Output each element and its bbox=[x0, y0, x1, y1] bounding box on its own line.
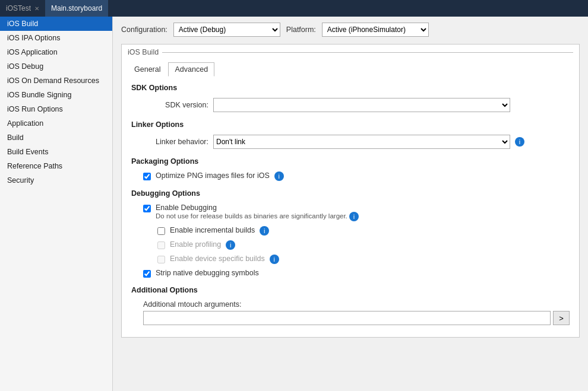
sidebar-item-application[interactable]: Application bbox=[0, 116, 112, 131]
enable-profiling-info-icon[interactable]: i bbox=[226, 240, 235, 250]
linker-behavior-select[interactable]: Don't link bbox=[213, 135, 510, 149]
enable-incremental-info-icon[interactable]: i bbox=[260, 226, 269, 236]
optimize-png-row: Optimize PNG images files for iOS i bbox=[143, 171, 570, 181]
panel-header-line bbox=[162, 52, 573, 53]
enable-device-specific-info-icon[interactable]: i bbox=[270, 255, 279, 264]
mtouch-label: Additional mtouch arguments: bbox=[143, 300, 570, 309]
sidebar-item-ios-bundle-signing[interactable]: iOS Bundle Signing bbox=[0, 88, 112, 102]
config-bar: Configuration: Active (Debug) Platform: … bbox=[121, 23, 580, 37]
optimize-png-label: Optimize PNG images files for iOS bbox=[156, 171, 270, 180]
sdk-version-select[interactable] bbox=[213, 98, 510, 112]
sidebar-item-security[interactable]: Security bbox=[0, 173, 112, 187]
main-layout: iOS Build iOS IPA Options iOS Applicatio… bbox=[0, 17, 588, 391]
mtouch-row: > bbox=[143, 311, 570, 325]
sidebar: iOS Build iOS IPA Options iOS Applicatio… bbox=[0, 17, 113, 391]
sdk-version-label: SDK version: bbox=[131, 101, 208, 109]
additional-options-title: Additional Options bbox=[131, 286, 570, 294]
close-icon[interactable]: ✕ bbox=[34, 5, 39, 12]
panel-tabs: General Advanced bbox=[122, 60, 579, 77]
sidebar-item-build[interactable]: Build bbox=[0, 131, 112, 145]
tab-iostest[interactable]: iOSTest ✕ bbox=[0, 0, 45, 17]
configuration-label: Configuration: bbox=[121, 26, 167, 34]
platform-label: Platform: bbox=[286, 26, 316, 34]
linker-behavior-label: Linker behavior: bbox=[131, 138, 208, 146]
enable-profiling-label: Enable profiling bbox=[170, 240, 221, 249]
configuration-select[interactable]: Active (Debug) bbox=[173, 23, 280, 37]
tab-main-storyboard-label: Main.storyboard bbox=[51, 4, 102, 12]
panel: iOS Build General Advanced SDK Options S… bbox=[121, 44, 580, 338]
panel-body: SDK Options SDK version: Linker Options … bbox=[122, 77, 579, 337]
sidebar-item-ios-build[interactable]: iOS Build bbox=[0, 17, 112, 31]
sidebar-item-ios-on-demand[interactable]: iOS On Demand Resources bbox=[0, 74, 112, 88]
tab-iostest-label: iOSTest bbox=[6, 4, 31, 12]
enable-debugging-info-icon[interactable]: i bbox=[349, 212, 359, 221]
enable-incremental-checkbox[interactable] bbox=[157, 227, 165, 235]
sidebar-item-build-events[interactable]: Build Events bbox=[0, 145, 112, 159]
mtouch-input[interactable] bbox=[143, 311, 551, 325]
enable-profiling-checkbox[interactable] bbox=[157, 241, 165, 249]
panel-header-row: iOS Build bbox=[122, 44, 579, 60]
sidebar-item-ios-ipa-options[interactable]: iOS IPA Options bbox=[0, 31, 112, 45]
tab-general[interactable]: General bbox=[128, 62, 167, 77]
sdk-version-row: SDK version: bbox=[131, 98, 570, 112]
packaging-options-title: Packaging Options bbox=[131, 157, 570, 166]
title-bar: iOSTest ✕ Main.storyboard bbox=[0, 0, 588, 17]
platform-select[interactable]: Active (iPhoneSimulator) bbox=[322, 23, 429, 37]
sidebar-item-ios-run-options[interactable]: iOS Run Options bbox=[0, 102, 112, 116]
enable-debugging-row: Enable Debugging Do not use for release … bbox=[143, 204, 570, 221]
enable-device-specific-label: Enable device specific builds bbox=[170, 255, 265, 263]
strip-native-row: Strip native debugging symbols bbox=[143, 269, 570, 278]
tab-main-storyboard[interactable]: Main.storyboard bbox=[45, 0, 108, 17]
debugging-options-title: Debugging Options bbox=[131, 189, 570, 198]
mtouch-button[interactable]: > bbox=[553, 311, 570, 325]
enable-incremental-label: Enable incremental builds bbox=[170, 226, 255, 234]
linker-options-title: Linker Options bbox=[131, 120, 570, 129]
sidebar-item-ios-application[interactable]: iOS Application bbox=[0, 45, 112, 59]
enable-debugging-checkbox[interactable] bbox=[143, 205, 151, 212]
linker-behavior-row: Linker behavior: Don't link i bbox=[131, 135, 570, 149]
strip-native-label: Strip native debugging symbols bbox=[156, 269, 259, 277]
enable-incremental-row: Enable incremental builds i bbox=[157, 226, 570, 236]
strip-native-checkbox[interactable] bbox=[143, 270, 151, 278]
sidebar-item-ios-debug[interactable]: iOS Debug bbox=[0, 59, 112, 74]
panel-header-label: iOS Build bbox=[128, 48, 159, 56]
enable-device-specific-row: Enable device specific builds i bbox=[157, 255, 570, 264]
enable-profiling-row: Enable profiling i bbox=[157, 240, 570, 250]
optimize-png-checkbox[interactable] bbox=[143, 173, 151, 180]
enable-debugging-sublabel: Do not use for release builds as binarie… bbox=[156, 212, 359, 221]
optimize-png-info-icon[interactable]: i bbox=[274, 171, 284, 181]
content-area: Configuration: Active (Debug) Platform: … bbox=[113, 17, 588, 391]
sdk-options-title: SDK Options bbox=[131, 84, 570, 92]
sidebar-item-reference-paths[interactable]: Reference Paths bbox=[0, 159, 112, 173]
enable-debugging-label: Enable Debugging bbox=[156, 204, 359, 212]
enable-device-specific-checkbox[interactable] bbox=[157, 256, 165, 263]
tab-advanced[interactable]: Advanced bbox=[168, 62, 214, 77]
linker-info-icon[interactable]: i bbox=[515, 137, 524, 147]
